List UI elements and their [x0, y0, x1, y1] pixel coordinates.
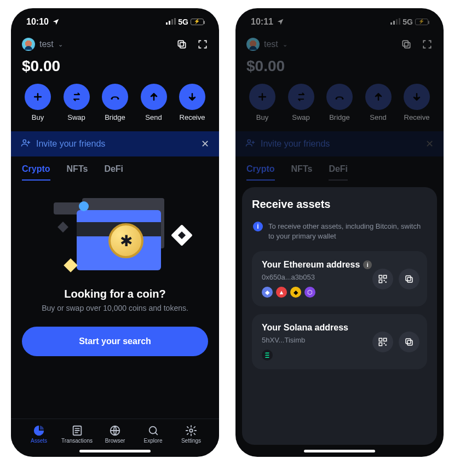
- network-label: 5G: [403, 18, 413, 26]
- invite-banner-text: Invite your friends: [261, 139, 330, 149]
- nav-explore[interactable]: Explore: [136, 425, 170, 444]
- nav-transactions[interactable]: Transactions: [60, 425, 94, 444]
- action-buy[interactable]: Buy: [245, 84, 279, 121]
- svg-rect-31: [379, 343, 382, 345]
- header-row: test ⌄: [11, 36, 219, 56]
- tab-defi[interactable]: DeFi: [104, 164, 123, 181]
- sol-address-card[interactable]: Your Solana address 5hXV...Tisimb: [252, 314, 427, 369]
- nav-browser[interactable]: Browser: [98, 425, 132, 444]
- avatar-icon: [246, 38, 260, 51]
- action-send[interactable]: Send: [137, 84, 171, 121]
- info-icon: i: [253, 222, 263, 231]
- scan-qr-icon[interactable]: [422, 39, 433, 50]
- receive-assets-sheet: Receive assets i To receive other assets…: [242, 187, 437, 445]
- wallet-illustration: ✱: [49, 196, 181, 278]
- invite-banner-text: Invite your friends: [36, 139, 105, 149]
- copy-address-button[interactable]: [399, 269, 419, 289]
- invite-friends-icon: [245, 138, 255, 150]
- battery-icon: ⚡: [191, 19, 204, 25]
- signal-icon: [166, 17, 176, 27]
- eth-address-title: Your Ethereum address: [262, 260, 360, 270]
- account-name: test: [264, 39, 278, 49]
- close-icon[interactable]: ✕: [201, 138, 209, 150]
- phone-screen-assets: 10:10 5G ⚡ test ⌄: [11, 8, 219, 457]
- account-switcher[interactable]: test ⌄: [246, 38, 288, 51]
- svg-rect-4: [180, 43, 186, 48]
- action-row: Buy Swap Bridge Send Receive: [235, 82, 444, 129]
- tab-defi[interactable]: DeFi: [329, 164, 348, 181]
- svg-rect-0: [166, 22, 168, 25]
- svg-rect-30: [384, 338, 387, 341]
- svg-rect-24: [379, 280, 382, 282]
- info-icon[interactable]: i: [363, 260, 372, 269]
- total-balance: $0.00: [11, 56, 219, 82]
- svg-rect-17: [405, 43, 410, 48]
- invite-banner[interactable]: Invite your friends ✕: [235, 131, 444, 156]
- svg-rect-27: [407, 277, 412, 282]
- battery-icon: ⚡: [415, 19, 428, 25]
- svg-rect-33: [386, 344, 387, 345]
- empty-state: ✱ Looking for a coin? Buy or swap over 1…: [11, 181, 219, 419]
- account-name: test: [39, 39, 54, 49]
- action-row: Buy Swap Bridge Send Receive: [11, 82, 219, 129]
- action-swap[interactable]: Swap: [60, 84, 94, 121]
- svg-rect-35: [406, 339, 411, 344]
- bottom-nav: Assets Transactions Browser Explore Sett…: [11, 419, 219, 445]
- signal-icon: [390, 17, 400, 27]
- svg-point-20: [342, 98, 343, 100]
- action-receive[interactable]: Receive: [400, 84, 434, 121]
- action-buy[interactable]: Buy: [21, 84, 55, 121]
- svg-rect-25: [384, 280, 385, 281]
- status-time: 10:11: [251, 17, 273, 27]
- status-time: 10:10: [26, 17, 49, 27]
- account-switcher[interactable]: test ⌄: [22, 38, 63, 51]
- status-bar: 10:10 5G ⚡: [11, 8, 219, 36]
- svg-rect-32: [384, 343, 385, 344]
- chevron-down-icon: ⌄: [283, 41, 288, 48]
- invite-banner[interactable]: Invite your friends ✕: [11, 131, 219, 156]
- svg-point-7: [117, 98, 119, 100]
- svg-rect-15: [396, 19, 398, 25]
- chevron-down-icon: ⌄: [58, 41, 63, 48]
- invite-friends-icon: [21, 138, 31, 150]
- nav-assets[interactable]: Assets: [22, 425, 56, 444]
- svg-rect-16: [399, 18, 400, 25]
- tabs: Crypto NFTs DeFi: [235, 156, 444, 181]
- qr-code-button[interactable]: [372, 269, 393, 289]
- network-label: 5G: [178, 18, 188, 26]
- status-bar: 10:11 5G ⚡: [235, 8, 444, 36]
- action-bridge[interactable]: Bridge: [98, 84, 132, 121]
- scan-qr-icon[interactable]: [197, 39, 208, 50]
- action-send[interactable]: Send: [361, 84, 395, 121]
- polygon-icon: ⬡: [304, 287, 315, 298]
- avatar-icon: [22, 38, 35, 51]
- tab-nfts[interactable]: NFTs: [67, 164, 88, 181]
- action-receive[interactable]: Receive: [175, 84, 209, 121]
- total-balance: $0.00: [235, 56, 444, 82]
- tab-crypto[interactable]: Crypto: [246, 164, 275, 181]
- svg-rect-23: [384, 275, 387, 278]
- svg-rect-1: [169, 21, 170, 25]
- copy-icon[interactable]: [176, 39, 187, 50]
- copy-icon[interactable]: [401, 39, 412, 50]
- action-bridge[interactable]: Bridge: [323, 84, 357, 121]
- action-swap[interactable]: Swap: [284, 84, 318, 121]
- qr-code-button[interactable]: [372, 332, 393, 352]
- close-icon[interactable]: ✕: [426, 138, 434, 150]
- svg-rect-22: [379, 275, 382, 278]
- start-search-button[interactable]: Start your search: [22, 327, 208, 356]
- location-icon: [52, 18, 60, 26]
- copy-address-button[interactable]: [399, 332, 419, 352]
- tab-nfts[interactable]: NFTs: [291, 164, 313, 181]
- home-indicator[interactable]: [235, 445, 444, 457]
- home-indicator[interactable]: [11, 445, 219, 457]
- bnb-icon: ◆: [290, 287, 301, 298]
- svg-point-8: [23, 140, 26, 142]
- svg-rect-2: [171, 19, 173, 25]
- svg-rect-29: [379, 338, 382, 341]
- avalanche-icon: ▲: [276, 287, 287, 298]
- eth-address-card[interactable]: Your Ethereum address i 0x650a...a3b053 …: [252, 251, 427, 306]
- svg-rect-18: [403, 40, 408, 46]
- tab-crypto[interactable]: Crypto: [22, 164, 50, 181]
- nav-settings[interactable]: Settings: [174, 425, 208, 444]
